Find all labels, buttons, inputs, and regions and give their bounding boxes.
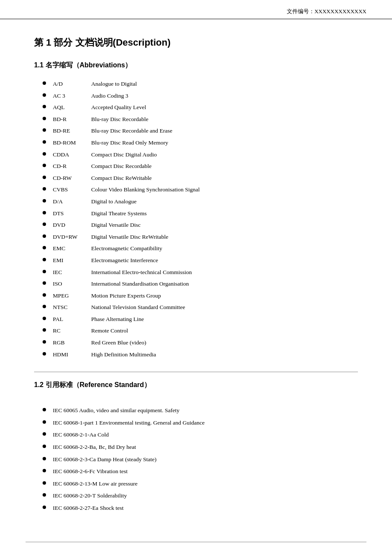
list-item: IEC 60068-2-1-Aa Cold (43, 430, 358, 439)
list-item: ISOInternational Standardisation Organis… (43, 279, 358, 289)
abbr-description: Compact Disc Recordable (91, 162, 152, 171)
abbr-code: BD-RE (53, 126, 91, 136)
bullet-icon (43, 199, 46, 202)
bullet-icon (43, 293, 46, 297)
list-item: RCRemote Control (43, 326, 358, 335)
abbr-description: Compact Disc ReWritable (91, 173, 152, 183)
list-item: MPEGMotion Picture Experts Group (43, 291, 358, 301)
bullet-icon (43, 234, 46, 238)
list-item: BD-REBlu-ray Disc Recordable and Erase (43, 126, 358, 136)
list-item: EMCElectromagnetic Compatibility (43, 244, 358, 253)
bullet-icon (43, 281, 46, 285)
list-item: IEC 60068-2-13-M Low air pressure (43, 479, 358, 489)
list-item: IEC 60068-2-6-Fc Vibration test (43, 467, 358, 476)
abbr-description: International Standardisation Organisati… (91, 279, 189, 289)
list-item: AC 3Audio Coding 3 (43, 91, 358, 101)
list-item: EMIElectromagnetic Interference (43, 256, 358, 265)
bullet-icon (43, 328, 46, 332)
bullet-icon (43, 81, 46, 85)
list-item: IEC 60065 Audio, video and similar equip… (43, 406, 358, 415)
bullet-icon (43, 140, 46, 144)
abbr-code: A/D (53, 79, 91, 89)
list-item: CD-RCompact Disc Recordable (43, 162, 358, 171)
list-item: IEC 60068-1-part 1 Environmental testing… (43, 418, 358, 428)
list-item: IEC 60068-2-3-Ca Damp Heat (steady State… (43, 455, 358, 464)
bullet-icon (43, 117, 46, 120)
abbr-description: Compact Disc Digital Audio (91, 150, 157, 159)
list-item: DTSDigital Theatre Systems (43, 209, 358, 218)
file-number-value: XXXXXXXXXXXXX (314, 8, 366, 14)
list-item: RGBRed Green Blue (video) (43, 338, 358, 347)
abbr-description: Analogue to Digital (91, 79, 137, 89)
reference-text: IEC 60068-2-6-Fc Vibration test (53, 467, 128, 476)
reference-text: IEC 60068-2-27-Ea Shock test (53, 503, 124, 513)
abbr-code: BD-ROM (53, 138, 91, 147)
abbr-description: Accepted Quality Level (91, 103, 146, 112)
bullet-icon (43, 481, 46, 485)
abbr-description: Blu-ray Disc Read Only Memory (91, 138, 168, 147)
abbr-description: Digital Versatile Disc (91, 220, 141, 230)
abbr-code: EMI (53, 256, 91, 265)
abbr-code: MPEG (53, 291, 91, 301)
abbr-code: AQL (53, 103, 91, 112)
abbr-code: CD-RW (53, 173, 91, 183)
bullet-icon (43, 317, 46, 320)
bullet-icon (43, 340, 46, 344)
abbr-description: Red Green Blue (video) (91, 338, 146, 347)
reference-text: IEC 60068-2-1-Aa Cold (53, 430, 109, 439)
main-content: 第 1 部分 文档说明(Description) 1.1 名字缩写（Abbrev… (0, 23, 392, 538)
bullet-icon (43, 270, 46, 273)
abbr-description: International Electro-technical Commissi… (91, 268, 192, 277)
abbr-description: Digital to Analogue (91, 197, 136, 206)
file-number-prefix: 文件编号： (287, 8, 314, 14)
section1-title: 第 1 部分 文档说明(Description) (34, 36, 358, 49)
bullet-icon (43, 105, 46, 108)
bullet-icon (43, 493, 46, 497)
bullet-icon (43, 152, 46, 156)
bullet-icon (43, 420, 46, 424)
list-item: D/ADigital to Analogue (43, 197, 358, 206)
bullet-icon (43, 128, 46, 132)
list-item: AQLAccepted Quality Level (43, 103, 358, 112)
reference-text: IEC 60068-2-2-Ba, Bc, Bd Dry heat (53, 442, 136, 452)
bullet-icon (43, 164, 46, 167)
list-item: BD-ROMBlu-ray Disc Read Only Memory (43, 138, 358, 147)
abbr-code: NTSC (53, 303, 91, 312)
abbr-code: HDMI (53, 350, 91, 359)
abbr-description: Digital Versatile Disc ReWritable (91, 232, 168, 242)
abbr-description: Phase Alternating Line (91, 315, 144, 324)
abbr-description: Blu-ray Disc Recordable (91, 115, 148, 124)
reference-text: IEC 60068-2-13-M Low air pressure (53, 479, 138, 489)
list-item: DVDDigital Versatile Disc (43, 220, 358, 230)
list-item: CVBSColour Video Blanking Synchronisatio… (43, 185, 358, 194)
abbr-description: Blu-ray Disc Recordable and Erase (91, 126, 172, 136)
list-item: IECInternational Electro-technical Commi… (43, 268, 358, 277)
list-item: IEC 60068-2-27-Ea Shock test (43, 503, 358, 513)
abbr-code: CD-R (53, 162, 91, 171)
abbr-code: DVD (53, 220, 91, 230)
abbr-description: Colour Video Blanking Synchronisation Si… (91, 185, 200, 194)
abbr-description: National Television Standard Committee (91, 303, 185, 312)
list-item: IEC 60068-2-20-T Solderability (43, 491, 358, 500)
bullet-icon (43, 408, 46, 411)
file-number-label: 文件编号：XXXXXXXXXXXXX (287, 8, 366, 15)
abbreviations-list: A/DAnalogue to DigitalAC 3Audio Coding 3… (43, 79, 358, 359)
abbr-code: ISO (53, 279, 91, 289)
bullet-icon (43, 176, 46, 179)
bullet-icon (43, 246, 46, 249)
abbr-description: Electromagnetic Interference (91, 256, 158, 265)
abbr-code: EMC (53, 244, 91, 253)
list-item: IEC 60068-2-2-Ba, Bc, Bd Dry heat (43, 442, 358, 452)
bullet-icon (43, 445, 46, 448)
abbr-code: CDDA (53, 150, 91, 159)
page-header: 文件编号：XXXXXXXXXXXXX (0, 0, 392, 19)
footer-divider (26, 542, 366, 542)
abbr-code: CVBS (53, 185, 91, 194)
abbr-description: Digital Theatre Systems (91, 209, 147, 218)
abbr-description: Motion Picture Experts Group (91, 291, 161, 301)
reference-text: IEC 60065 Audio, video and similar equip… (53, 406, 179, 415)
abbr-code: AC 3 (53, 91, 91, 101)
bullet-icon (43, 93, 46, 97)
abbr-description: Electromagnetic Compatibility (91, 244, 162, 253)
bullet-icon (43, 223, 46, 226)
